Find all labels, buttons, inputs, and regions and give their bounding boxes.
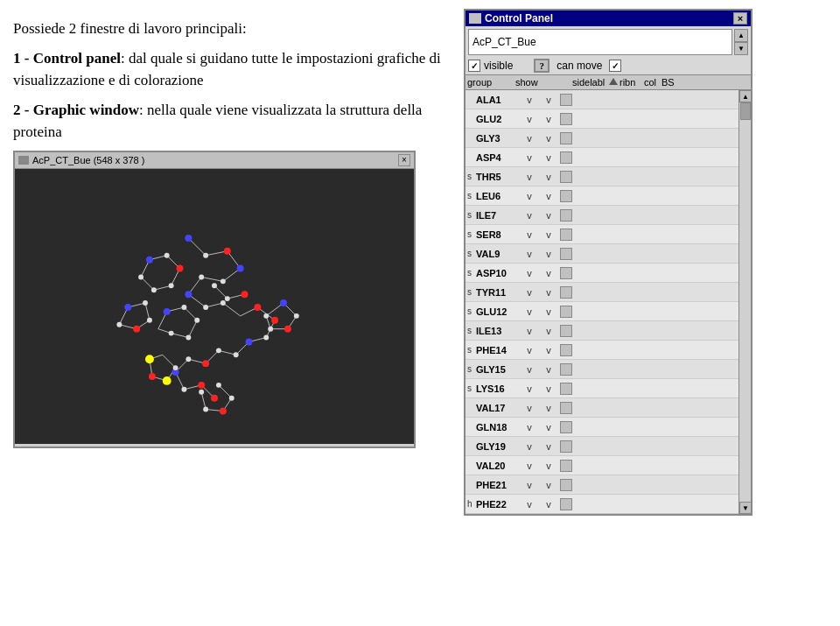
row-v1: v — [520, 403, 539, 413]
table-row: s TYR11 v v — [466, 283, 738, 302]
row-box[interactable] — [560, 306, 572, 318]
table-row: GLU2 v v — [466, 109, 738, 129]
row-box[interactable] — [560, 286, 572, 299]
cp-visible-label: visible — [484, 60, 513, 72]
row-box[interactable] — [560, 209, 572, 222]
scroll-up-arrow[interactable]: ▲ — [735, 30, 747, 42]
row-v2: v — [539, 441, 558, 452]
row-box[interactable] — [560, 171, 572, 183]
row-box[interactable] — [560, 421, 572, 433]
cp-scroll-up[interactable]: ▲ — [739, 90, 751, 102]
gw-close-button[interactable]: × — [398, 154, 410, 166]
svg-point-99 — [147, 317, 152, 322]
row-box[interactable] — [560, 498, 572, 510]
row-v1: v — [520, 345, 539, 355]
protein-canvas — [15, 169, 414, 444]
svg-point-81 — [203, 305, 208, 310]
row-v1: v — [520, 461, 539, 471]
cp-header-row: group show sidelabl ribn col BS — [466, 74, 751, 90]
svg-point-89 — [186, 334, 191, 340]
row-v2: v — [539, 152, 558, 163]
svg-point-85 — [216, 348, 221, 353]
cp-scroll-down[interactable]: ▼ — [739, 502, 751, 514]
row-residue-name: SER8 — [476, 229, 520, 240]
svg-point-74 — [211, 394, 218, 401]
scroll-down-arrow[interactable]: ▼ — [735, 42, 747, 54]
svg-point-70 — [242, 291, 248, 298]
row-box[interactable] — [560, 267, 572, 279]
table-row: s SER8 v v — [466, 225, 738, 244]
svg-point-77 — [145, 355, 154, 363]
cp-close-button[interactable]: × — [733, 12, 747, 25]
svg-point-104 — [173, 365, 178, 370]
row-v1: v — [520, 422, 539, 433]
row-box[interactable] — [560, 151, 572, 164]
cp-visible-row: ✓ visible ? can move ✓ — [466, 57, 751, 74]
svg-point-72 — [284, 325, 291, 332]
svg-point-92 — [169, 283, 174, 288]
row-v2: v — [539, 172, 558, 182]
table-row: h PHE22 v v — [466, 495, 738, 514]
svg-point-98 — [143, 300, 148, 306]
row-box[interactable] — [560, 479, 572, 491]
table-row: ALA1 v v — [466, 90, 738, 109]
row-v1: v — [520, 172, 539, 182]
svg-point-90 — [194, 317, 200, 322]
gw-title-left: AcP_CT_Bue (548 x 378 ) — [18, 155, 144, 165]
row-box[interactable] — [560, 190, 572, 202]
row-prefix: s — [467, 345, 476, 355]
row-box[interactable] — [560, 325, 572, 337]
row-box[interactable] — [560, 229, 572, 241]
svg-point-87 — [181, 386, 186, 391]
table-row: s GLY15 v v — [466, 360, 738, 379]
cp-visible-checkbox[interactable]: ✓ — [468, 60, 480, 72]
svg-point-100 — [116, 321, 122, 327]
svg-point-58 — [246, 338, 253, 345]
cp-right-scrollbar[interactable]: ▲ ▼ — [738, 90, 751, 514]
row-prefix: s — [467, 287, 476, 297]
panel1-label: 1 - Control panel — [13, 50, 121, 67]
row-box[interactable] — [560, 113, 572, 125]
svg-point-57 — [185, 291, 192, 298]
svg-point-56 — [237, 264, 244, 271]
cp-name-scrollbar[interactable]: ▲ ▼ — [734, 29, 748, 55]
row-v1: v — [520, 480, 539, 490]
svg-point-78 — [203, 252, 208, 257]
table-row: s LYS16 v v — [466, 379, 738, 398]
row-prefix: s — [467, 229, 476, 239]
row-prefix: s — [467, 268, 476, 278]
row-box[interactable] — [560, 344, 572, 356]
svg-point-75 — [220, 407, 227, 414]
row-prefix: s — [467, 210, 476, 220]
row-box[interactable] — [560, 460, 572, 472]
row-v1: v — [520, 133, 539, 144]
row-v2: v — [539, 95, 558, 105]
row-v2: v — [539, 461, 558, 471]
row-v2: v — [539, 114, 558, 124]
row-box[interactable] — [560, 402, 572, 414]
row-box[interactable] — [560, 363, 572, 376]
row-residue-name: THR5 — [476, 172, 520, 182]
row-residue-name: VAL17 — [476, 403, 520, 413]
svg-rect-0 — [16, 169, 413, 444]
svg-point-68 — [198, 381, 205, 388]
row-v1: v — [520, 441, 539, 452]
row-v2: v — [539, 133, 558, 144]
cp-question-button[interactable]: ? — [534, 59, 550, 73]
cp-header-show: show — [515, 77, 572, 88]
row-box[interactable] — [560, 248, 572, 260]
cp-canmove-checkbox[interactable]: ✓ — [609, 60, 621, 72]
row-v1: v — [520, 152, 539, 163]
row-box[interactable] — [560, 132, 572, 144]
graphic-window-titlebar: AcP_CT_Bue (548 x 378 ) × — [15, 152, 414, 169]
row-box[interactable] — [560, 440, 572, 453]
row-residue-name: GLY3 — [476, 133, 520, 144]
main-layout: Possiede 2 finestre di lavoro principali… — [0, 0, 840, 626]
row-box[interactable] — [560, 94, 572, 106]
row-residue-name: LYS16 — [476, 383, 520, 394]
svg-point-103 — [263, 313, 269, 318]
cp-scrollbar-thumb[interactable] — [740, 102, 751, 120]
row-v1: v — [520, 114, 539, 124]
row-box[interactable] — [560, 383, 572, 395]
svg-point-88 — [169, 330, 174, 335]
